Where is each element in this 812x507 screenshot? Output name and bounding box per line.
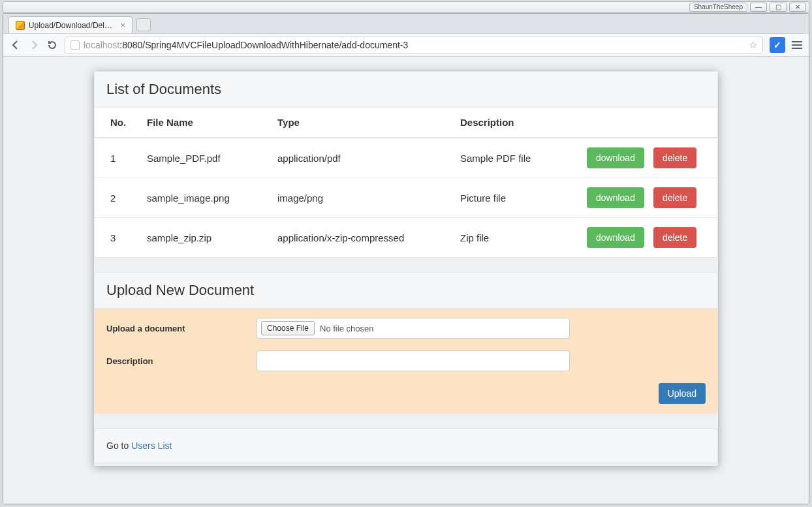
table-row: 1 Sample_PDF.pdf application/pdf Sample … bbox=[95, 138, 717, 178]
bookmark-star-icon[interactable]: ☆ bbox=[749, 39, 757, 51]
file-input-status: No file chosen bbox=[320, 324, 373, 333]
col-no: No. bbox=[95, 108, 140, 138]
delete-button[interactable]: delete bbox=[653, 147, 696, 168]
documents-panel: List of Documents No. File Name Type Des… bbox=[94, 71, 718, 258]
nav-reload-button[interactable] bbox=[46, 39, 58, 51]
browser-viewport[interactable]: List of Documents No. File Name Type Des… bbox=[3, 57, 809, 504]
page-icon bbox=[70, 40, 80, 50]
page-background: List of Documents No. File Name Type Des… bbox=[3, 57, 809, 504]
documents-table-body: 1 Sample_PDF.pdf application/pdf Sample … bbox=[95, 138, 717, 257]
col-type: Type bbox=[271, 108, 454, 138]
cell-actions: download delete bbox=[580, 218, 717, 258]
tab-title: Upload/Download/Delete bbox=[29, 21, 114, 30]
cell-file: sample_image.png bbox=[140, 178, 271, 218]
cell-no: 1 bbox=[95, 138, 140, 178]
documents-panel-body: No. File Name Type Description 1 bbox=[95, 108, 717, 257]
cell-file: sample_zip.zip bbox=[140, 218, 271, 258]
description-control bbox=[257, 350, 570, 371]
nav-forward-button[interactable] bbox=[28, 39, 40, 51]
cell-actions: download delete bbox=[580, 178, 717, 218]
nav-back-button[interactable] bbox=[10, 39, 22, 51]
os-minimize-button[interactable]: — bbox=[750, 3, 767, 12]
col-actions bbox=[580, 108, 717, 138]
file-control: Choose File No file chosen bbox=[257, 318, 570, 339]
cell-desc: Zip file bbox=[454, 218, 580, 258]
browser-menu-button[interactable] bbox=[792, 41, 802, 49]
cell-type: application/pdf bbox=[271, 138, 454, 178]
form-row-file: Upload a document Choose File No file ch… bbox=[106, 318, 706, 339]
os-user-badge: ShaunTheSheep bbox=[689, 3, 747, 12]
file-input[interactable]: Choose File No file chosen bbox=[257, 318, 570, 339]
cell-actions: download delete bbox=[580, 138, 717, 178]
form-actions: Upload bbox=[106, 383, 706, 404]
form-row-description: Description bbox=[106, 350, 706, 371]
table-row: 3 sample_zip.zip application/x-zip-compr… bbox=[95, 218, 717, 258]
url-text: localhost:8080/Spring4MVCFileUploadDownl… bbox=[84, 40, 408, 50]
download-button[interactable]: download bbox=[587, 187, 644, 208]
tab-close-icon[interactable]: × bbox=[120, 20, 125, 30]
maximize-icon: ▢ bbox=[775, 4, 781, 10]
minimize-icon: — bbox=[755, 4, 762, 10]
download-button[interactable]: download bbox=[587, 227, 644, 248]
table-header-row: No. File Name Type Description bbox=[95, 108, 717, 138]
cell-type: image/png bbox=[271, 178, 454, 218]
documents-table: No. File Name Type Description 1 bbox=[95, 108, 717, 257]
description-label: Description bbox=[106, 356, 257, 366]
address-bar[interactable]: localhost:8080/Spring4MVCFileUploadDownl… bbox=[65, 37, 763, 54]
file-label: Upload a document bbox=[106, 324, 257, 333]
choose-file-button[interactable]: Choose File bbox=[261, 321, 315, 335]
browser-tabbar: Upload/Download/Delete × bbox=[3, 14, 809, 33]
cell-no: 2 bbox=[95, 178, 140, 218]
page-container: List of Documents No. File Name Type Des… bbox=[94, 71, 718, 466]
users-list-link[interactable]: Users List bbox=[131, 440, 172, 451]
cell-no: 3 bbox=[95, 218, 140, 258]
download-button[interactable]: download bbox=[587, 147, 644, 168]
footer-well: Go to Users List bbox=[94, 428, 718, 463]
close-icon: ✕ bbox=[795, 4, 800, 10]
check-icon: ✓ bbox=[773, 40, 781, 50]
os-titlebar: ShaunTheSheep — ▢ ✕ bbox=[3, 1, 809, 13]
browser-window: Upload/Download/Delete × localhost:8080/… bbox=[3, 13, 809, 504]
url-host: localhost bbox=[84, 40, 119, 50]
footer-prefix: Go to bbox=[106, 440, 131, 451]
upload-panel-heading: Upload New Document bbox=[95, 273, 717, 309]
upload-panel: Upload New Document Upload a document Ch… bbox=[94, 272, 718, 414]
col-desc: Description bbox=[454, 108, 580, 138]
browser-toolbar: localhost:8080/Spring4MVCFileUploadDownl… bbox=[3, 33, 809, 57]
table-row: 2 sample_image.png image/png Picture fil… bbox=[95, 178, 717, 218]
description-input[interactable] bbox=[257, 350, 570, 371]
cell-desc: Sample PDF file bbox=[454, 138, 580, 178]
upload-button[interactable]: Upload bbox=[659, 383, 706, 404]
col-file: File Name bbox=[140, 108, 271, 138]
os-close-button[interactable]: ✕ bbox=[789, 3, 806, 12]
new-tab-button[interactable] bbox=[136, 18, 151, 31]
url-path: :8080/Spring4MVCFileUploadDownloadWithHi… bbox=[119, 40, 408, 50]
extension-button[interactable]: ✓ bbox=[770, 37, 785, 53]
os-maximize-button[interactable]: ▢ bbox=[770, 3, 787, 12]
upload-panel-body: Upload a document Choose File No file ch… bbox=[95, 309, 717, 413]
tab-favicon-icon bbox=[16, 21, 25, 30]
delete-button[interactable]: delete bbox=[653, 227, 696, 248]
cell-type: application/x-zip-compressed bbox=[271, 218, 454, 258]
cell-file: Sample_PDF.pdf bbox=[140, 138, 271, 178]
cell-desc: Picture file bbox=[454, 178, 580, 218]
documents-panel-heading: List of Documents bbox=[95, 72, 717, 108]
delete-button[interactable]: delete bbox=[653, 187, 696, 208]
browser-tab[interactable]: Upload/Download/Delete × bbox=[8, 16, 133, 33]
